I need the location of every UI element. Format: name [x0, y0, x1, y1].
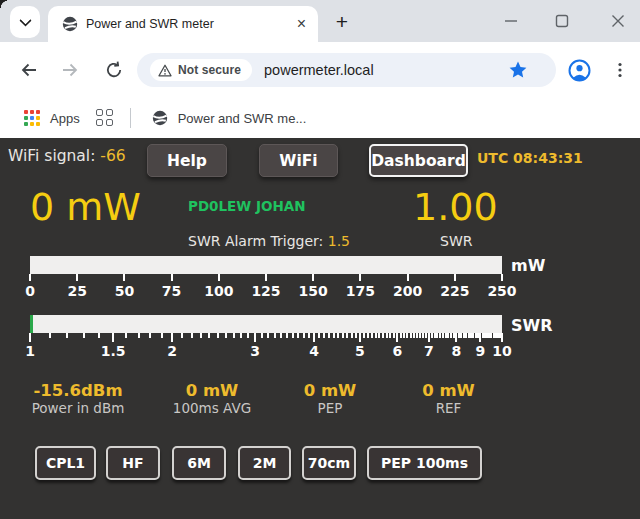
meter-unit-label: SWR [511, 316, 553, 335]
minor-tick [200, 333, 202, 338]
reload-button[interactable] [101, 42, 127, 98]
utc-clock: UTC 08:43:31 [477, 150, 583, 166]
control-button-pep-100ms[interactable]: PEP 100ms [367, 446, 482, 480]
minor-tick [434, 333, 436, 338]
security-chip[interactable]: Not secure [150, 59, 252, 81]
major-tick [454, 274, 456, 281]
readout-value: -15.6dBm [33, 381, 122, 400]
readout-label: 100ms AVG [173, 400, 251, 416]
swr-sub-label: SWR [440, 233, 472, 249]
wifi-signal-label: WiFi signal: [8, 147, 95, 165]
minor-tick [367, 333, 369, 338]
major-tick [501, 333, 503, 342]
window-close-button[interactable] [605, 0, 631, 42]
minor-tick [292, 333, 294, 338]
scale-label: 6 [392, 343, 402, 359]
scale-label: 0 [25, 283, 35, 299]
minor-tick [425, 333, 427, 338]
bookmark-star-icon[interactable] [508, 60, 528, 80]
control-button-70cm[interactable]: 70cm [302, 446, 356, 480]
minor-tick [149, 333, 151, 338]
minor-tick [161, 333, 163, 338]
menu-dots-icon[interactable] [607, 42, 633, 98]
scale-label: 125 [251, 283, 280, 299]
major-tick [428, 333, 430, 342]
callsign-text: PD0LEW JOHAN [188, 198, 305, 214]
minor-tick [416, 333, 418, 338]
minor-tick [240, 333, 242, 338]
url-text[interactable]: powermeter.local [264, 62, 508, 78]
profile-avatar[interactable] [566, 42, 592, 98]
window-corner [0, 0, 7, 8]
scale-label: 75 [162, 283, 181, 299]
major-tick [479, 333, 481, 342]
major-tick [218, 274, 220, 281]
minor-tick [439, 333, 441, 338]
major-tick [76, 274, 78, 281]
minor-tick [403, 333, 405, 338]
minor-tick [393, 333, 395, 338]
minor-tick [445, 333, 447, 338]
control-button-hf[interactable]: HF [106, 446, 160, 480]
nav-button-help[interactable]: Help [147, 144, 227, 177]
control-button-2m[interactable]: 2M [238, 446, 291, 480]
address-bar[interactable]: Not secure powermeter.local [137, 53, 556, 87]
back-button[interactable] [16, 42, 42, 98]
major-tick [171, 274, 173, 281]
control-button-cpl1[interactable]: CPL1 [35, 446, 96, 480]
minor-tick [389, 333, 391, 338]
minor-tick [355, 333, 357, 338]
scale-label: 225 [440, 283, 469, 299]
wifi-signal-text: WiFi signal: -66 [8, 147, 126, 165]
minor-tick [233, 333, 235, 338]
wifi-signal-value: -66 [100, 147, 125, 165]
minor-tick [261, 333, 263, 338]
scale-label: 3 [250, 343, 260, 359]
major-tick [359, 333, 361, 342]
minor-tick [247, 333, 249, 338]
minor-tick [286, 333, 288, 338]
minor-tick [431, 333, 433, 338]
scale-label: 1 [25, 343, 35, 359]
tiles-bookmark-icon[interactable] [96, 109, 115, 128]
readout-value: 0 mW [422, 381, 475, 400]
bookmark-label[interactable]: Power and SWR me... [178, 111, 307, 126]
nav-button-wifi[interactable]: WiFi [259, 144, 338, 177]
minor-tick [378, 333, 380, 338]
minor-tick [217, 333, 219, 338]
bookmark-favicon-icon[interactable] [152, 110, 168, 126]
power-reading-big: 0 mW [30, 185, 141, 229]
scale-label: 250 [487, 283, 516, 299]
tab-search-button[interactable] [10, 6, 40, 38]
scale-label: 2 [167, 343, 177, 359]
apps-grid-icon[interactable] [24, 110, 40, 126]
forward-button[interactable] [57, 42, 83, 98]
minor-tick [297, 333, 299, 338]
nav-button-dashboard[interactable]: Dashboard [369, 144, 468, 177]
minor-tick [308, 333, 310, 338]
minor-tick [375, 333, 377, 338]
minor-tick [323, 333, 325, 338]
major-tick [312, 274, 314, 281]
major-tick [112, 333, 114, 342]
minor-tick [318, 333, 320, 338]
scale-label: 100 [204, 283, 233, 299]
swr-reading-big: 1.00 [413, 185, 498, 229]
tab-close-icon[interactable]: × [295, 14, 308, 34]
apps-label[interactable]: Apps [50, 111, 80, 126]
minor-tick [49, 333, 51, 338]
new-tab-button[interactable]: + [330, 10, 354, 34]
security-chip-label: Not secure [178, 63, 241, 77]
minor-tick [371, 333, 373, 338]
minor-tick [191, 333, 193, 338]
browser-tab[interactable]: Power and SWR meter × [48, 6, 318, 42]
chevron-down-icon [19, 14, 32, 27]
minor-tick [337, 333, 339, 338]
major-tick [265, 274, 267, 281]
minor-tick [442, 333, 444, 338]
control-button-6m[interactable]: 6M [172, 446, 226, 480]
minimize-button[interactable] [498, 0, 524, 42]
scale-label: 200 [393, 283, 422, 299]
maximize-button[interactable] [549, 0, 575, 42]
scale-label: 7 [424, 343, 434, 359]
